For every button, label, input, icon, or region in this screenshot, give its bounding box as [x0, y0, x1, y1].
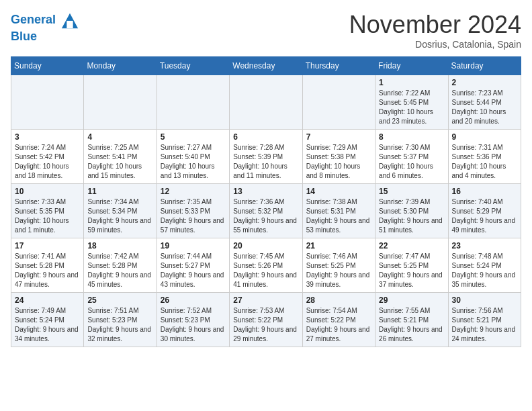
- day-number: 12: [161, 187, 226, 196]
- day-info: Sunrise: 7:47 AM Sunset: 5:25 PM Dayligh…: [379, 252, 444, 289]
- calendar-cell: 23Sunrise: 7:48 AM Sunset: 5:24 PM Dayli…: [448, 238, 521, 293]
- day-info: Sunrise: 7:31 AM Sunset: 5:36 PM Dayligh…: [452, 143, 517, 181]
- day-info: Sunrise: 7:53 AM Sunset: 5:22 PM Dayligh…: [233, 306, 298, 344]
- calendar-cell: 16Sunrise: 7:40 AM Sunset: 5:29 PM Dayli…: [448, 184, 521, 238]
- day-info: Sunrise: 7:29 AM Sunset: 5:38 PM Dayligh…: [306, 143, 371, 181]
- calendar-cell: 24Sunrise: 7:49 AM Sunset: 5:24 PM Dayli…: [11, 293, 84, 347]
- day-number: 25: [87, 295, 152, 305]
- day-info: Sunrise: 7:39 AM Sunset: 5:30 PM Dayligh…: [379, 197, 444, 235]
- day-info: Sunrise: 7:52 AM Sunset: 5:23 PM Dayligh…: [161, 306, 226, 344]
- calendar-cell: 27Sunrise: 7:53 AM Sunset: 5:22 PM Dayli…: [230, 293, 302, 347]
- calendar-cell: 26Sunrise: 7:52 AM Sunset: 5:23 PM Dayli…: [157, 293, 229, 347]
- calendar-table: SundayMondayTuesdayWednesdayThursdayFrid…: [11, 56, 521, 347]
- day-info: Sunrise: 7:34 AM Sunset: 5:34 PM Dayligh…: [87, 197, 152, 235]
- day-number: 7: [306, 132, 371, 142]
- calendar-cell: 3Sunrise: 7:24 AM Sunset: 5:42 PM Daylig…: [11, 130, 84, 184]
- weekday-header-sunday: Sunday: [11, 57, 84, 75]
- calendar-cell: 13Sunrise: 7:36 AM Sunset: 5:32 PM Dayli…: [230, 184, 302, 238]
- svg-marker-1: [66, 21, 73, 28]
- day-number: 26: [161, 295, 226, 305]
- calendar-week-row: 3Sunrise: 7:24 AM Sunset: 5:42 PM Daylig…: [11, 130, 521, 184]
- weekday-header-thursday: Thursday: [302, 57, 375, 75]
- calendar-cell: 9Sunrise: 7:31 AM Sunset: 5:36 PM Daylig…: [448, 130, 521, 184]
- calendar-cell: 4Sunrise: 7:25 AM Sunset: 5:41 PM Daylig…: [84, 130, 157, 184]
- calendar-cell: 2Sunrise: 7:23 AM Sunset: 5:44 PM Daylig…: [448, 75, 521, 130]
- calendar-week-row: 24Sunrise: 7:49 AM Sunset: 5:24 PM Dayli…: [11, 293, 521, 347]
- calendar-cell: 30Sunrise: 7:56 AM Sunset: 5:21 PM Dayli…: [448, 293, 521, 347]
- day-number: 16: [452, 187, 517, 196]
- calendar-cell: 28Sunrise: 7:54 AM Sunset: 5:22 PM Dayli…: [302, 293, 375, 347]
- calendar-cell: 14Sunrise: 7:38 AM Sunset: 5:31 PM Dayli…: [302, 184, 375, 238]
- day-info: Sunrise: 7:44 AM Sunset: 5:27 PM Dayligh…: [161, 252, 226, 289]
- day-number: 18: [87, 241, 152, 250]
- calendar-cell: 25Sunrise: 7:51 AM Sunset: 5:23 PM Dayli…: [84, 293, 157, 347]
- day-info: Sunrise: 7:48 AM Sunset: 5:24 PM Dayligh…: [452, 252, 517, 289]
- day-number: 2: [452, 78, 517, 87]
- day-info: Sunrise: 7:45 AM Sunset: 5:26 PM Dayligh…: [233, 252, 298, 289]
- day-info: Sunrise: 7:51 AM Sunset: 5:23 PM Dayligh…: [87, 306, 152, 344]
- day-info: Sunrise: 7:56 AM Sunset: 5:21 PM Dayligh…: [452, 306, 517, 344]
- day-number: 29: [379, 295, 444, 305]
- calendar-cell: 22Sunrise: 7:47 AM Sunset: 5:25 PM Dayli…: [375, 238, 448, 293]
- day-number: 11: [87, 187, 152, 196]
- calendar-cell: [302, 75, 375, 130]
- day-info: Sunrise: 7:46 AM Sunset: 5:25 PM Dayligh…: [306, 252, 371, 289]
- day-info: Sunrise: 7:33 AM Sunset: 5:35 PM Dayligh…: [15, 197, 80, 235]
- day-number: 24: [15, 295, 80, 305]
- day-number: 14: [306, 187, 371, 196]
- day-info: Sunrise: 7:38 AM Sunset: 5:31 PM Dayligh…: [306, 197, 371, 235]
- day-info: Sunrise: 7:30 AM Sunset: 5:37 PM Dayligh…: [379, 143, 444, 181]
- day-info: Sunrise: 7:27 AM Sunset: 5:40 PM Dayligh…: [161, 143, 226, 181]
- calendar-cell: 6Sunrise: 7:28 AM Sunset: 5:39 PM Daylig…: [230, 130, 302, 184]
- day-info: Sunrise: 7:35 AM Sunset: 5:33 PM Dayligh…: [161, 197, 226, 235]
- day-number: 27: [233, 295, 298, 305]
- day-number: 10: [15, 187, 80, 196]
- logo-blue: Blue: [11, 30, 79, 44]
- day-number: 4: [87, 132, 152, 142]
- day-info: Sunrise: 7:25 AM Sunset: 5:41 PM Dayligh…: [87, 143, 152, 181]
- day-number: 22: [379, 241, 444, 250]
- day-number: 8: [379, 132, 444, 142]
- day-number: 15: [379, 187, 444, 196]
- calendar-cell: 21Sunrise: 7:46 AM Sunset: 5:25 PM Dayli…: [302, 238, 375, 293]
- calendar-cell: 15Sunrise: 7:39 AM Sunset: 5:30 PM Dayli…: [375, 184, 448, 238]
- calendar-cell: 17Sunrise: 7:41 AM Sunset: 5:28 PM Dayli…: [11, 238, 84, 293]
- calendar-cell: 1Sunrise: 7:22 AM Sunset: 5:45 PM Daylig…: [375, 75, 448, 130]
- day-number: 9: [452, 132, 517, 142]
- page-header: General Blue November 2024 Dosrius, Cata…: [11, 11, 521, 50]
- day-number: 21: [306, 241, 371, 250]
- calendar-cell: 7Sunrise: 7:29 AM Sunset: 5:38 PM Daylig…: [302, 130, 375, 184]
- day-number: 20: [233, 241, 298, 250]
- day-info: Sunrise: 7:23 AM Sunset: 5:44 PM Dayligh…: [452, 89, 517, 126]
- calendar-cell: 19Sunrise: 7:44 AM Sunset: 5:27 PM Dayli…: [157, 238, 229, 293]
- day-info: Sunrise: 7:40 AM Sunset: 5:29 PM Dayligh…: [452, 197, 517, 235]
- calendar-cell: 10Sunrise: 7:33 AM Sunset: 5:35 PM Dayli…: [11, 184, 84, 238]
- day-info: Sunrise: 7:41 AM Sunset: 5:28 PM Dayligh…: [15, 252, 80, 289]
- location-subtitle: Dosrius, Catalonia, Spain: [349, 39, 521, 50]
- calendar-cell: [157, 75, 229, 130]
- weekday-header-wednesday: Wednesday: [230, 57, 302, 75]
- calendar-week-row: 1Sunrise: 7:22 AM Sunset: 5:45 PM Daylig…: [11, 75, 521, 130]
- calendar-cell: 8Sunrise: 7:30 AM Sunset: 5:37 PM Daylig…: [375, 130, 448, 184]
- day-info: Sunrise: 7:54 AM Sunset: 5:22 PM Dayligh…: [306, 306, 371, 344]
- day-info: Sunrise: 7:22 AM Sunset: 5:45 PM Dayligh…: [379, 89, 444, 126]
- calendar-week-row: 17Sunrise: 7:41 AM Sunset: 5:28 PM Dayli…: [11, 238, 521, 293]
- calendar-cell: 12Sunrise: 7:35 AM Sunset: 5:33 PM Dayli…: [157, 184, 229, 238]
- weekday-header-friday: Friday: [375, 57, 448, 75]
- day-info: Sunrise: 7:42 AM Sunset: 5:28 PM Dayligh…: [87, 252, 152, 289]
- calendar-cell: 5Sunrise: 7:27 AM Sunset: 5:40 PM Daylig…: [157, 130, 229, 184]
- calendar-week-row: 10Sunrise: 7:33 AM Sunset: 5:35 PM Dayli…: [11, 184, 521, 238]
- day-number: 1: [379, 78, 444, 87]
- weekday-header-monday: Monday: [84, 57, 157, 75]
- day-info: Sunrise: 7:24 AM Sunset: 5:42 PM Dayligh…: [15, 143, 80, 181]
- day-number: 13: [233, 187, 298, 196]
- calendar-cell: 20Sunrise: 7:45 AM Sunset: 5:26 PM Dayli…: [230, 238, 302, 293]
- day-number: 30: [452, 295, 517, 305]
- title-block: November 2024 Dosrius, Catalonia, Spain: [349, 11, 521, 50]
- calendar-cell: [230, 75, 302, 130]
- calendar-cell: 18Sunrise: 7:42 AM Sunset: 5:28 PM Dayli…: [84, 238, 157, 293]
- day-number: 6: [233, 132, 298, 142]
- day-number: 5: [161, 132, 226, 142]
- logo: General Blue: [11, 11, 79, 44]
- day-info: Sunrise: 7:28 AM Sunset: 5:39 PM Dayligh…: [233, 143, 298, 181]
